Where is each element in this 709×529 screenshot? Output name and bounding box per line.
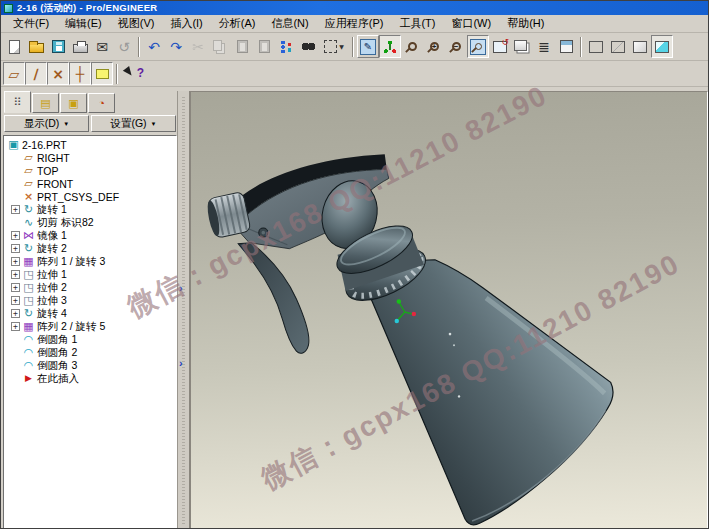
zoom-in-icon: + <box>430 42 439 51</box>
email-button[interactable]: ✉ <box>91 35 113 58</box>
settings-dropdown-button[interactable]: 设置(G)▼ <box>91 115 176 132</box>
expand-icon[interactable]: + <box>11 296 20 305</box>
selection-filter[interactable]: ▼ <box>319 35 349 58</box>
datum-planes-toggle[interactable]: ▱ <box>3 62 25 85</box>
repaint-button[interactable]: ✎ <box>357 35 379 58</box>
redo-button[interactable]: ↷ <box>165 35 187 58</box>
print-button[interactable] <box>69 35 91 58</box>
hidden-line-button[interactable] <box>607 35 629 58</box>
datum-points-toggle[interactable]: × <box>47 62 69 85</box>
menu-insert[interactable]: 插入(I) <box>162 15 210 32</box>
tree-item-csys[interactable]: ×PRT_CSYS_DEF <box>4 190 176 203</box>
menu-view[interactable]: 视图(V) <box>110 15 163 32</box>
title-bar[interactable]: 2-16 (活动的) - Pro/ENGINEER <box>1 1 708 15</box>
tree-item-extrude-2[interactable]: +◳拉伸 2 <box>4 281 176 294</box>
tree-item-revolve-1[interactable]: +↻旋转 1 <box>4 203 176 216</box>
tree-item-right-plane[interactable]: ▱RIGHT <box>4 151 176 164</box>
orient-mode-button[interactable] <box>401 35 423 58</box>
tree-item-extrude-1[interactable]: +◳拉伸 1 <box>4 268 176 281</box>
revolve-icon: ↻ <box>22 308 35 319</box>
expand-icon[interactable]: + <box>11 205 20 214</box>
zoom-out-button[interactable]: − <box>445 35 467 58</box>
tree-item-revolve-4[interactable]: +↻旋转 4 <box>4 307 176 320</box>
tree-item-pattern-1[interactable]: +▦阵列 1 / 旋转 3 <box>4 255 176 268</box>
model-tree-tab-icon: ⠿ <box>13 96 21 109</box>
context-help-button[interactable]: ? <box>121 62 149 85</box>
erase-display-button[interactable]: ↺ <box>113 35 135 58</box>
menu-help[interactable]: 帮助(H) <box>499 15 552 32</box>
tree-item-round-3[interactable]: ◠倒圆角 3 <box>4 359 176 372</box>
graphics-viewport[interactable] <box>190 91 708 529</box>
tree-item-round-2[interactable]: ◠倒圆角 2 <box>4 346 176 359</box>
copy-button[interactable] <box>209 35 231 58</box>
no-hidden-button[interactable] <box>629 35 651 58</box>
mail-icon: ✉ <box>96 40 108 54</box>
undo-button[interactable]: ↶ <box>143 35 165 58</box>
paste-button[interactable] <box>231 35 253 58</box>
menu-file[interactable]: 文件(F) <box>5 15 57 32</box>
spin-center-toggle[interactable] <box>379 35 401 58</box>
menu-edit[interactable]: 编辑(E) <box>57 15 110 32</box>
zoom-out-icon: − <box>452 42 461 51</box>
saved-views-button[interactable] <box>511 35 533 58</box>
tree-item-pattern-2[interactable]: +▦阵列 2 / 旋转 5 <box>4 320 176 333</box>
tab-layer-tree[interactable]: ▤ <box>32 93 59 113</box>
annotations-toggle[interactable] <box>91 62 113 85</box>
expand-icon[interactable]: + <box>11 257 20 266</box>
tab-connections[interactable]: ◔ <box>88 93 115 113</box>
menu-info[interactable]: 信息(N) <box>263 15 316 32</box>
shaded-button[interactable] <box>651 35 673 58</box>
datum-plane-icon: ▱ <box>22 178 35 189</box>
expand-icon[interactable]: + <box>11 231 20 240</box>
model-tree[interactable]: ▣2-16.PRT ▱RIGHT ▱TOP ▱FRONT ×PRT_CSYS_D… <box>3 135 177 529</box>
cut-button[interactable]: ✂ <box>187 35 209 58</box>
spray-bottle-model <box>191 92 707 529</box>
datum-point-icon: × <box>52 67 64 81</box>
regenerate-button[interactable] <box>275 35 297 58</box>
zoom-in-button[interactable]: + <box>423 35 445 58</box>
open-file-button[interactable] <box>25 35 47 58</box>
expand-icon[interactable]: + <box>11 283 20 292</box>
new-file-icon <box>9 40 20 54</box>
tree-item-extrude-3[interactable]: +◳拉伸 3 <box>4 294 176 307</box>
save-button[interactable] <box>47 35 69 58</box>
round-icon: ◠ <box>22 360 35 371</box>
sash-collapse-icon[interactable]: › <box>179 284 183 292</box>
navigator-sash[interactable]: › › <box>177 91 190 529</box>
tree-item-top-plane[interactable]: ▱TOP <box>4 164 176 177</box>
wireframe-button[interactable] <box>585 35 607 58</box>
tree-item-trim[interactable]: ∿切剪 标识82 <box>4 216 176 229</box>
tree-item-mirror-1[interactable]: +⋈镜像 1 <box>4 229 176 242</box>
layers-button[interactable]: ≣ <box>533 35 555 58</box>
expand-icon[interactable]: + <box>11 322 20 331</box>
reorient-button[interactable] <box>489 35 511 58</box>
menu-applications[interactable]: 应用程序(P) <box>317 15 392 32</box>
paste-special-button[interactable] <box>253 35 275 58</box>
revolve-icon: ↻ <box>22 204 35 215</box>
expand-icon[interactable]: + <box>11 270 20 279</box>
round-icon: ◠ <box>22 334 35 345</box>
refit-button[interactable] <box>467 35 489 58</box>
csys-display-toggle[interactable]: ┼ <box>69 62 91 85</box>
tab-folder-browser[interactable]: ▣ <box>60 93 87 113</box>
expand-icon[interactable]: + <box>11 309 20 318</box>
menu-window[interactable]: 窗口(W) <box>443 15 499 32</box>
menu-analysis[interactable]: 分析(A) <box>211 15 264 32</box>
navigator-panel: ⠿ ▤ ▣ ◔ 显示(D)▼ 设置(G)▼ ▣2-16.PRT ▱RIGHT ▱… <box>1 91 177 529</box>
save-icon <box>52 40 65 53</box>
datum-axes-toggle[interactable]: ∕ <box>25 62 47 85</box>
menu-tools[interactable]: 工具(T) <box>391 15 443 32</box>
tab-model-tree[interactable]: ⠿ <box>4 91 31 113</box>
tree-item-insert-here[interactable]: ▶在此插入 <box>4 372 176 385</box>
expand-icon[interactable]: + <box>11 244 20 253</box>
menu-bar: 文件(F) 编辑(E) 视图(V) 插入(I) 分析(A) 信息(N) 应用程序… <box>1 15 708 33</box>
show-dropdown-button[interactable]: 显示(D)▼ <box>4 115 89 132</box>
view-manager-button[interactable] <box>555 35 577 58</box>
sash-collapse-icon[interactable]: › <box>179 359 183 367</box>
new-file-button[interactable] <box>3 35 25 58</box>
tree-item-revolve-2[interactable]: +↻旋转 2 <box>4 242 176 255</box>
find-button[interactable] <box>297 35 319 58</box>
tree-item-front-plane[interactable]: ▱FRONT <box>4 177 176 190</box>
tree-item-part[interactable]: ▣2-16.PRT <box>4 138 176 151</box>
tree-item-round-1[interactable]: ◠倒圆角 1 <box>4 333 176 346</box>
